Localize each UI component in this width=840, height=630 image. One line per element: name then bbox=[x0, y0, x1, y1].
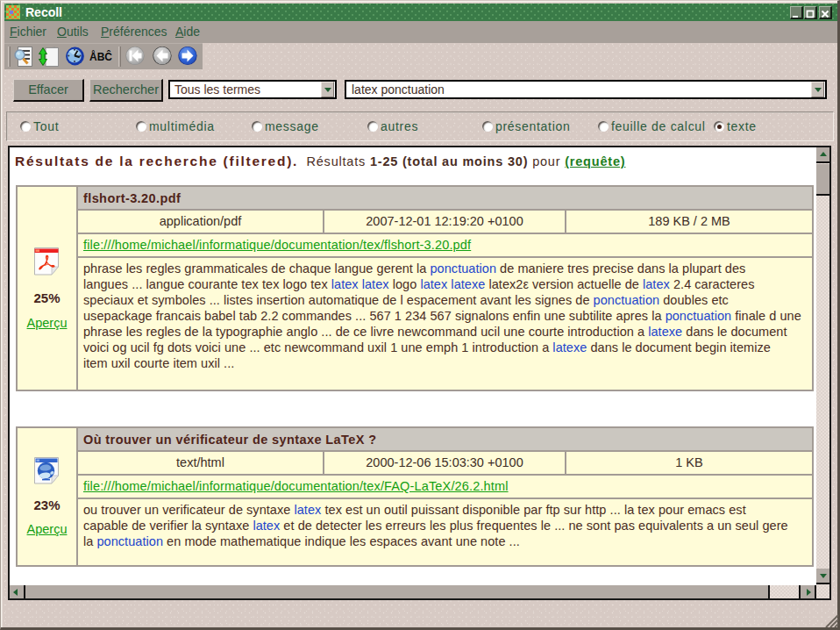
svg-text:ÅBĈ: ÅBĈ bbox=[89, 50, 112, 63]
